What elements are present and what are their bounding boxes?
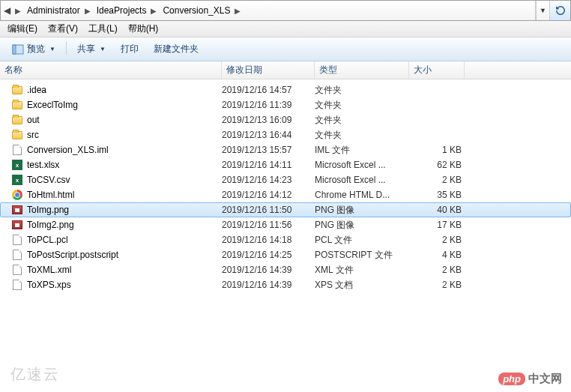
print-button[interactable]: 打印: [115, 40, 145, 58]
chevron-right-icon[interactable]: ▶: [233, 7, 242, 15]
file-row[interactable]: out2019/12/13 16:09文件夹: [0, 112, 571, 127]
menu-bar: 编辑(E) 查看(V) 工具(L) 帮助(H): [0, 21, 571, 37]
file-size: 2 KB: [409, 235, 462, 245]
file-name: ToImg2.png: [27, 220, 222, 230]
file-row[interactable]: .idea2019/12/16 14:57文件夹: [0, 82, 571, 97]
file-date: 2019/12/16 14:39: [222, 265, 315, 275]
image-icon: [10, 204, 24, 216]
file-type: 文件夹: [315, 99, 409, 112]
file-row[interactable]: src2019/12/13 16:44文件夹: [0, 127, 571, 142]
file-date: 2019/12/16 11:39: [222, 100, 315, 110]
refresh-button[interactable]: [549, 1, 570, 20]
file-date: 2019/12/16 14:57: [222, 85, 315, 95]
file-row[interactable]: xToCSV.csv2019/12/16 14:23Microsoft Exce…: [0, 172, 571, 187]
chevron-down-icon: ▼: [49, 46, 55, 52]
address-bar: ◀ ▶ Administrator ▶ IdeaProjects ▶ Conve…: [0, 0, 571, 21]
breadcrumb-segment[interactable]: Administrator: [22, 1, 83, 20]
breadcrumb[interactable]: ◀ ▶ Administrator ▶ IdeaProjects ▶ Conve…: [1, 1, 536, 20]
file-type: PNG 图像: [315, 204, 409, 217]
file-name: test.xlsx: [27, 160, 222, 170]
back-chevron-icon[interactable]: ◀: [1, 5, 13, 16]
watermark-left: 亿速云: [10, 364, 60, 385]
folder-icon: [10, 84, 24, 96]
file-size: 35 KB: [409, 190, 462, 200]
menu-view[interactable]: 查看(V): [43, 21, 82, 37]
file-row[interactable]: ToHtml.html2019/12/16 14:12Chrome HTML D…: [0, 187, 571, 202]
file-type: XML 文件: [315, 264, 409, 277]
file-date: 2019/12/13 15:57: [222, 145, 315, 155]
file-date: 2019/12/16 14:11: [222, 160, 315, 170]
file-name: ToXPS.xps: [27, 280, 222, 290]
file-name: ExceclToImg: [27, 100, 222, 110]
excel-icon: x: [10, 159, 24, 171]
file-row[interactable]: ToImg.png2019/12/16 11:50PNG 图像40 KB: [0, 202, 571, 217]
file-row[interactable]: ToImg2.png2019/12/16 11:56PNG 图像17 KB: [0, 217, 571, 232]
file-date: 2019/12/16 11:50: [222, 205, 315, 215]
column-header-type[interactable]: 类型: [315, 61, 409, 79]
image-icon: [10, 219, 24, 231]
file-row[interactable]: Conversion_XLS.iml2019/12/13 15:57IML 文件…: [0, 142, 571, 157]
file-type: PNG 图像: [315, 219, 409, 232]
file-name: out: [27, 115, 222, 125]
refresh-icon: [555, 5, 566, 16]
file-size: 2 KB: [409, 175, 462, 185]
file-date: 2019/12/16 14:25: [222, 250, 315, 260]
file-name: ToXML.xml: [27, 265, 222, 275]
file-icon: [10, 234, 24, 246]
file-name: .idea: [27, 85, 222, 95]
file-date: 2019/12/16 14:18: [222, 235, 315, 245]
file-size: 2 KB: [409, 265, 462, 275]
file-type: PCL 文件: [315, 234, 409, 247]
breadcrumb-segment[interactable]: IdeaProjects: [92, 1, 150, 20]
chevron-right-icon[interactable]: ▶: [83, 7, 92, 15]
file-row[interactable]: xtest.xlsx2019/12/16 14:11Microsoft Exce…: [0, 157, 571, 172]
file-icon: [10, 144, 24, 156]
chevron-right-icon[interactable]: ▶: [13, 7, 22, 15]
file-size: 2 KB: [409, 280, 462, 290]
file-row[interactable]: ToXPS.xps2019/12/16 14:39XPS 文档2 KB: [0, 277, 571, 292]
column-header-name[interactable]: 名称: [0, 61, 222, 79]
column-header-size[interactable]: 大小: [409, 61, 465, 79]
file-row[interactable]: ToPostScript.postscript2019/12/16 14:25P…: [0, 247, 571, 262]
menu-edit[interactable]: 编辑(E): [3, 21, 42, 37]
file-type: Chrome HTML D...: [315, 190, 409, 200]
watermark-pill: php: [498, 373, 525, 385]
file-size: 40 KB: [409, 205, 462, 215]
file-list: .idea2019/12/16 14:57文件夹ExceclToImg2019/…: [0, 79, 571, 292]
file-name: ToPCL.pcl: [27, 235, 222, 245]
file-name: ToImg.png: [27, 205, 222, 215]
chevron-right-icon[interactable]: ▶: [149, 7, 158, 15]
file-name: ToCSV.csv: [27, 175, 222, 185]
toolbar: 预览 ▼ 共享 ▼ 打印 新建文件夹: [0, 37, 571, 61]
file-date: 2019/12/16 11:56: [222, 220, 315, 230]
preview-button[interactable]: 预览 ▼: [6, 40, 61, 58]
chevron-down-icon: ▼: [100, 46, 106, 52]
share-button[interactable]: 共享 ▼: [71, 40, 112, 58]
file-type: XPS 文档: [315, 279, 409, 292]
address-dropdown[interactable]: ▼: [536, 1, 549, 20]
file-date: 2019/12/16 14:12: [222, 190, 315, 200]
file-row[interactable]: ToXML.xml2019/12/16 14:39XML 文件2 KB: [0, 262, 571, 277]
file-type: IML 文件: [315, 144, 409, 157]
folder-icon: [10, 114, 24, 126]
file-date: 2019/12/16 14:39: [222, 280, 315, 290]
column-headers: 名称 修改日期 类型 大小: [0, 61, 571, 79]
file-size: 1 KB: [409, 145, 462, 155]
file-type: 文件夹: [315, 129, 409, 142]
file-type: 文件夹: [315, 114, 409, 127]
column-header-date[interactable]: 修改日期: [222, 61, 315, 79]
file-type: 文件夹: [315, 84, 409, 97]
file-type: Microsoft Excel ...: [315, 175, 409, 185]
preview-icon: [12, 44, 24, 55]
watermark-right: php 中文网: [498, 372, 562, 386]
new-folder-button[interactable]: 新建文件夹: [148, 40, 205, 58]
file-date: 2019/12/13 16:44: [222, 130, 315, 140]
file-row[interactable]: ToPCL.pcl2019/12/16 14:18PCL 文件2 KB: [0, 232, 571, 247]
file-type: POSTSCRIPT 文件: [315, 249, 409, 262]
svg-rect-1: [13, 45, 16, 54]
watermark-text: 中文网: [528, 372, 562, 386]
menu-help[interactable]: 帮助(H): [124, 21, 163, 37]
file-row[interactable]: ExceclToImg2019/12/16 11:39文件夹: [0, 97, 571, 112]
menu-tools[interactable]: 工具(L): [84, 21, 122, 37]
breadcrumb-segment[interactable]: Conversion_XLS: [158, 1, 233, 20]
